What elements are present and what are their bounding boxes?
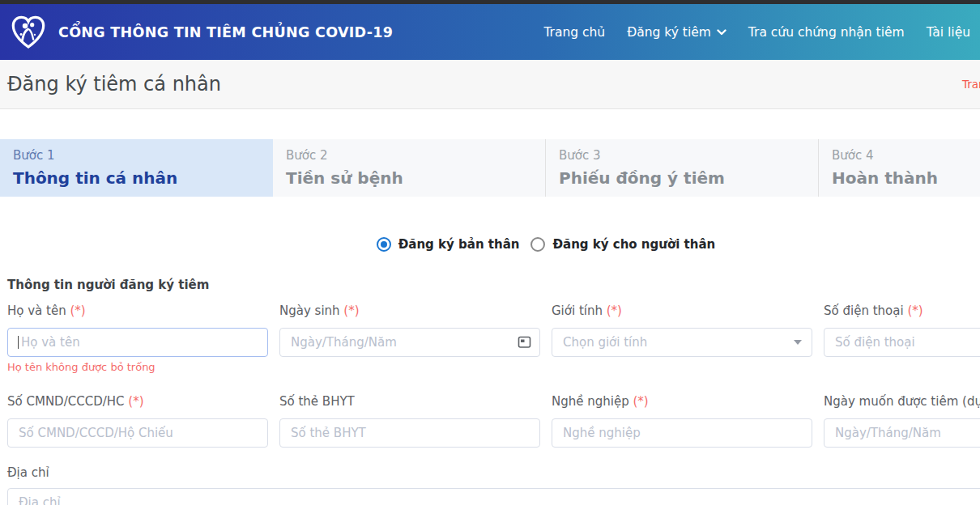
field-occupation: Nghề nghiệp (*) xyxy=(552,394,812,448)
preferred-date-label: Ngày muốn được tiêm (dự kiến) xyxy=(824,394,980,409)
step-title: Thông tin cá nhân xyxy=(13,168,260,188)
required-marker: (*) xyxy=(128,394,143,409)
nav-item-documents-label: Tài liệu xyxy=(927,25,970,40)
nav-item-certificate-lookup[interactable]: Tra cứu chứng nhận tiêm xyxy=(748,25,905,40)
phone-label: Số điện thoại xyxy=(824,303,904,318)
gender-select-placeholder: Chọn giới tính xyxy=(563,335,647,350)
caret-down-icon xyxy=(794,340,802,345)
wizard-steps: Bước 1 Thông tin cá nhân Bước 2 Tiền sử … xyxy=(0,139,980,197)
nav-item-certificate-lookup-label: Tra cứu chứng nhận tiêm xyxy=(748,25,905,40)
id-number-label: Số CMND/CCCD/HC xyxy=(7,394,125,409)
form-section-title: Thông tin người đăng ký tiêm xyxy=(0,278,980,292)
nav-item-register-label: Đăng ký tiêm xyxy=(627,25,711,40)
step-number: Bước 2 xyxy=(286,148,532,163)
step-title: Tiền sử bệnh xyxy=(286,168,532,188)
field-phone: Số điện thoại (*) xyxy=(824,303,980,373)
breadcrumb-home-link[interactable]: Trang chủ xyxy=(962,78,980,91)
radio-register-self-label: Đăng ký bản thân xyxy=(398,237,520,252)
step-title: Hoàn thành xyxy=(832,168,980,188)
calendar-icon[interactable] xyxy=(518,335,531,349)
gender-label: Giới tính xyxy=(552,303,603,318)
required-marker: (*) xyxy=(343,303,359,318)
field-health-insurance: Số thẻ BHYT xyxy=(279,394,540,448)
required-marker: (*) xyxy=(607,303,622,318)
step-title: Phiếu đồng ý tiêm xyxy=(559,168,805,188)
health-insurance-input[interactable] xyxy=(279,418,540,448)
field-id-number: Số CMND/CCCD/HC (*) xyxy=(7,394,268,448)
radio-register-relative-label: Đăng ký cho người thân xyxy=(552,237,715,252)
step-number: Bước 3 xyxy=(559,148,805,163)
health-insurance-label: Số thẻ BHYT xyxy=(279,394,355,409)
portal-brand-title: CỔNG THÔNG TIN TIÊM CHỦNG COVID-19 xyxy=(58,24,393,40)
step-tab-3-consent-form[interactable]: Bước 3 Phiếu đồng ý tiêm xyxy=(546,139,819,197)
preferred-date-input[interactable] xyxy=(824,418,980,448)
full-name-error: Họ tên không được bỏ trống xyxy=(7,361,268,373)
nav-item-home-label: Trang chủ xyxy=(543,25,605,40)
phone-input[interactable] xyxy=(824,328,980,357)
field-dob: Ngày sinh (*) xyxy=(279,303,540,373)
step-tab-2-medical-history[interactable]: Bước 2 Tiền sử bệnh xyxy=(273,139,546,197)
form-row-1: Họ và tên (*) Họ tên không được bỏ trống… xyxy=(0,303,980,373)
main-nav: Trang chủ Đăng ký tiêm Tra cứu chứng nhậ… xyxy=(543,25,970,40)
required-marker: (*) xyxy=(907,303,922,318)
app-header: CỔNG THÔNG TIN TIÊM CHỦNG COVID-19 Trang… xyxy=(0,4,980,60)
address-input[interactable] xyxy=(7,488,980,505)
register-type-radio-group: Đăng ký bản thân Đăng ký cho người thân xyxy=(0,237,980,252)
required-marker: (*) xyxy=(633,394,648,409)
radio-register-relative[interactable]: Đăng ký cho người thân xyxy=(530,237,715,252)
nav-item-register[interactable]: Đăng ký tiêm xyxy=(627,25,726,40)
gender-select[interactable]: Chọn giới tính xyxy=(552,328,812,357)
dob-label: Ngày sinh xyxy=(279,303,340,318)
step-number: Bước 1 xyxy=(13,148,260,163)
step-tab-4-complete[interactable]: Bước 4 Hoàn thành xyxy=(819,139,980,197)
page-title: Đăng ký tiêm cá nhân xyxy=(0,73,221,95)
field-gender: Giới tính (*) Chọn giới tính xyxy=(552,303,812,373)
dob-input[interactable] xyxy=(279,328,540,357)
address-label: Địa chỉ xyxy=(7,465,49,480)
page-title-bar: Đăng ký tiêm cá nhân Trang chủ xyxy=(0,60,980,109)
heart-family-logo-icon xyxy=(10,14,47,51)
field-preferred-date: Ngày muốn được tiêm (dự kiến) xyxy=(824,394,980,448)
nav-item-documents[interactable]: Tài liệu xyxy=(927,25,970,40)
radio-unselected-icon[interactable] xyxy=(530,237,545,252)
step-tab-1-personal-info[interactable]: Bước 1 Thông tin cá nhân xyxy=(0,139,273,197)
full-name-input[interactable] xyxy=(7,328,268,357)
text-caret xyxy=(18,336,19,349)
content-container: Bước 1 Thông tin cá nhân Bước 2 Tiền sử … xyxy=(0,139,980,505)
occupation-label: Nghề nghiệp xyxy=(552,394,629,409)
field-address: Địa chỉ xyxy=(0,465,980,505)
form-row-2: Số CMND/CCCD/HC (*) Số thẻ BHYT Nghề ngh… xyxy=(0,394,980,448)
id-number-input[interactable] xyxy=(7,418,268,448)
step-number: Bước 4 xyxy=(832,148,980,163)
required-marker: (*) xyxy=(70,303,85,318)
field-full-name: Họ và tên (*) Họ tên không được bỏ trống xyxy=(7,303,268,373)
radio-selected-icon[interactable] xyxy=(377,237,391,252)
chevron-down-icon xyxy=(717,29,726,36)
nav-item-home[interactable]: Trang chủ xyxy=(543,25,605,40)
full-name-label: Họ và tên xyxy=(7,303,66,318)
radio-register-self[interactable]: Đăng ký bản thân xyxy=(377,237,520,252)
occupation-input[interactable] xyxy=(552,418,812,448)
